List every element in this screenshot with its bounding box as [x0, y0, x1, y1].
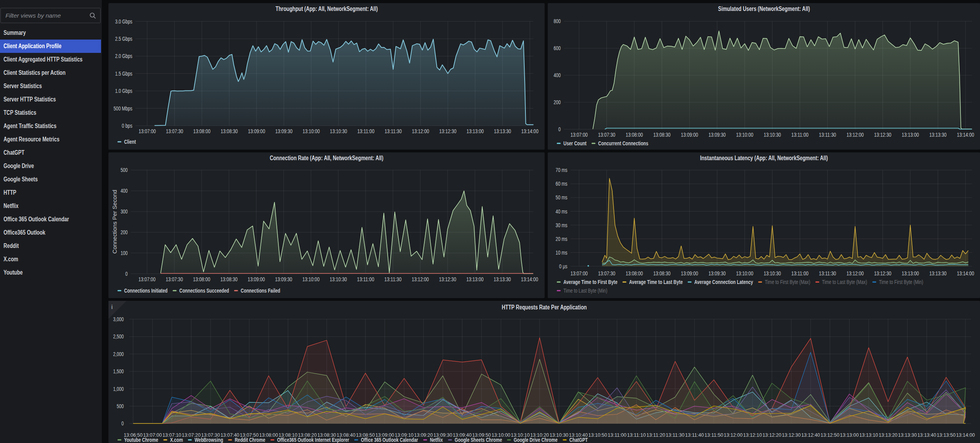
svg-text:WebBrowsing: WebBrowsing: [195, 437, 223, 443]
svg-text:13:12:00: 13:12:00: [846, 132, 864, 138]
svg-text:13:13:30: 13:13:30: [494, 276, 511, 282]
svg-text:200: 200: [121, 229, 128, 235]
svg-text:Office365 Outlook Internet Exp: Office365 Outlook Internet Explorer: [277, 437, 349, 443]
svg-text:13:07:30: 13:07:30: [166, 128, 183, 134]
svg-text:13:13:20: 13:13:20: [879, 432, 897, 438]
svg-text:13:11:40: 13:11:40: [685, 432, 704, 438]
svg-text:13:10:30: 13:10:30: [330, 276, 347, 282]
svg-text:60 ms: 60 ms: [556, 181, 567, 187]
svg-text:13:10:30: 13:10:30: [764, 270, 781, 277]
svg-text:Time to First Byte (Max): Time to First Byte (Max): [765, 279, 810, 285]
svg-text:13:10:00: 13:10:00: [736, 270, 753, 277]
svg-text:400: 400: [554, 72, 561, 78]
svg-text:13:11:10: 13:11:10: [627, 432, 646, 438]
svg-text:2,000: 2,000: [113, 351, 124, 357]
svg-text:13:14:00: 13:14:00: [521, 128, 538, 134]
svg-text:500 Mbps: 500 Mbps: [114, 105, 132, 112]
svg-text:13:10:00: 13:10:00: [303, 128, 320, 134]
svg-text:50 ms: 50 ms: [556, 194, 567, 201]
svg-text:13:08:00: 13:08:00: [626, 132, 643, 138]
svg-text:ChatGPT: ChatGPT: [569, 437, 588, 443]
svg-text:13:14:00: 13:14:00: [956, 432, 975, 438]
svg-text:13:09:00: 13:09:00: [248, 128, 265, 134]
svg-text:13:13:30: 13:13:30: [898, 432, 917, 438]
svg-text:Google Drive Chrome: Google Drive Chrome: [514, 437, 558, 443]
svg-text:13:14:00: 13:14:00: [957, 270, 974, 277]
svg-text:Average Connection Latency: Average Connection Latency: [694, 279, 753, 285]
svg-text:13:07:00: 13:07:00: [570, 270, 588, 277]
svg-text:Youtube Chrome: Youtube Chrome: [124, 437, 158, 443]
svg-text:0: 0: [121, 420, 124, 427]
svg-text:Average Time to First Byte: Average Time to First Byte: [563, 279, 617, 285]
svg-text:13:12:00: 13:12:00: [411, 276, 429, 282]
svg-text:13:09:30: 13:09:30: [275, 276, 292, 282]
svg-text:Client: Client: [124, 139, 136, 145]
svg-text:10 ms: 10 ms: [556, 250, 567, 256]
svg-text:13:11:20: 13:11:20: [646, 432, 665, 438]
svg-text:100: 100: [121, 250, 128, 256]
svg-text:13:11:30: 13:11:30: [819, 270, 836, 277]
svg-text:13:07:00: 13:07:00: [570, 132, 588, 138]
svg-text:200: 200: [554, 99, 561, 105]
svg-text:1.5 Gbps: 1.5 Gbps: [115, 71, 132, 77]
svg-text:13:13:30: 13:13:30: [929, 270, 947, 277]
svg-text:600: 600: [554, 45, 561, 51]
svg-text:3,000: 3,000: [113, 316, 124, 322]
svg-text:13:10:00: 13:10:00: [302, 276, 319, 282]
svg-text:0: 0: [558, 126, 561, 132]
svg-text:13:10:00: 13:10:00: [736, 132, 753, 138]
svg-text:13:08:30: 13:08:30: [653, 270, 671, 277]
svg-text:13:07:30: 13:07:30: [598, 270, 615, 277]
svg-text:13:12:30: 13:12:30: [439, 128, 457, 134]
svg-text:13:13:30: 13:13:30: [929, 132, 947, 138]
svg-text:13:11:00: 13:11:00: [608, 432, 626, 438]
svg-text:13:08:00: 13:08:00: [626, 270, 643, 277]
svg-text:Netflix: Netflix: [430, 437, 443, 443]
svg-text:Reddit Chrome: Reddit Chrome: [235, 437, 265, 443]
svg-text:13:09:00: 13:09:00: [248, 276, 265, 282]
svg-text:13:11:00: 13:11:00: [357, 128, 374, 134]
svg-text:1.0 Gbps: 1.0 Gbps: [115, 88, 132, 94]
svg-text:3.0 Gbps: 3.0 Gbps: [115, 18, 132, 25]
svg-text:13:12:00: 13:12:00: [846, 270, 864, 277]
svg-text:13:12:40: 13:12:40: [801, 432, 820, 438]
svg-text:13:09:30: 13:09:30: [709, 132, 726, 138]
svg-text:0 bps: 0 bps: [122, 123, 132, 129]
svg-text:13:13:00: 13:13:00: [840, 432, 859, 438]
svg-text:13:11:00: 13:11:00: [791, 270, 809, 277]
svg-text:800: 800: [554, 18, 561, 24]
svg-text:0 µs: 0 µs: [559, 263, 567, 269]
svg-text:13:08:00: 13:08:00: [193, 128, 211, 134]
svg-text:13:13:30: 13:13:30: [494, 128, 511, 134]
svg-text:13:12:20: 13:12:20: [763, 432, 781, 438]
svg-text:13:12:30: 13:12:30: [874, 270, 892, 277]
svg-text:13:11:00: 13:11:00: [791, 132, 809, 138]
svg-text:13:12:30: 13:12:30: [782, 432, 801, 438]
svg-text:13:07:30: 13:07:30: [166, 276, 183, 282]
svg-text:13:13:00: 13:13:00: [466, 276, 484, 282]
svg-text:13:13:40: 13:13:40: [917, 432, 936, 438]
svg-text:13:07:00: 13:07:00: [138, 276, 155, 282]
svg-text:Google Sheets Chrome: Google Sheets Chrome: [455, 437, 502, 443]
svg-text:2.5 Gbps: 2.5 Gbps: [115, 36, 132, 42]
svg-text:20 ms: 20 ms: [556, 236, 567, 242]
svg-text:13:09:00: 13:09:00: [681, 132, 698, 138]
svg-text:30 ms: 30 ms: [556, 222, 567, 228]
svg-text:13:12:50: 13:12:50: [821, 432, 839, 438]
svg-text:0: 0: [125, 271, 128, 277]
svg-text:300: 300: [121, 208, 128, 215]
svg-text:Concurrent Connections: Concurrent Connections: [598, 140, 648, 146]
svg-text:13:10:30: 13:10:30: [764, 132, 781, 138]
svg-text:500: 500: [117, 403, 124, 409]
svg-text:13:14:00: 13:14:00: [957, 132, 974, 138]
svg-text:13:12:30: 13:12:30: [439, 276, 456, 282]
svg-text:Average Time to Last Byte: Average Time to Last Byte: [629, 279, 683, 285]
svg-text:13:11:30: 13:11:30: [384, 128, 402, 134]
svg-text:Connections Failed: Connections Failed: [241, 287, 280, 294]
svg-text:2.0 Gbps: 2.0 Gbps: [115, 53, 132, 59]
svg-text:13:13:00: 13:13:00: [902, 270, 919, 277]
svg-text:13:09:30: 13:09:30: [275, 128, 292, 134]
svg-text:13:11:30: 13:11:30: [819, 132, 836, 138]
svg-text:13:08:30: 13:08:30: [653, 132, 671, 138]
svg-text:1,500: 1,500: [113, 368, 124, 374]
